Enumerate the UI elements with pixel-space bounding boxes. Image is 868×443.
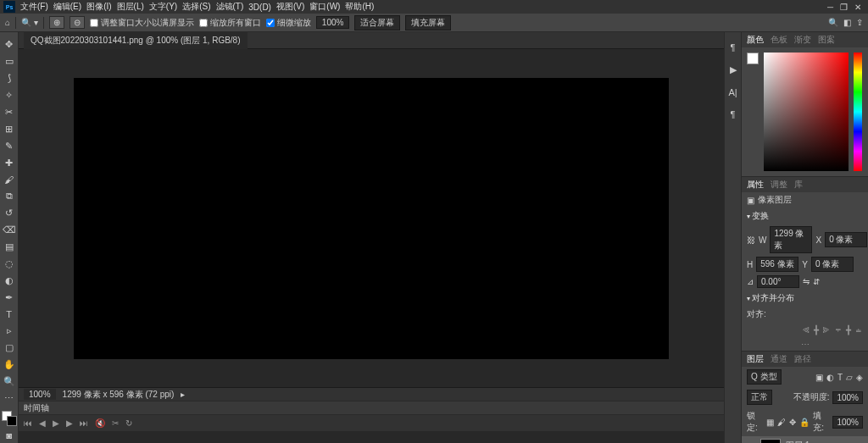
properties-tab[interactable]: 属性: [747, 179, 764, 191]
menu-window[interactable]: 窗口(W): [309, 1, 340, 13]
menu-image[interactable]: 图像(I): [86, 1, 111, 13]
menu-type[interactable]: 文字(Y): [149, 1, 177, 13]
color-swatch[interactable]: [747, 53, 759, 64]
filter-type-select[interactable]: Q 类型: [747, 369, 782, 385]
dock-char-icon[interactable]: A|: [728, 87, 737, 97]
crop-tool[interactable]: ✂: [2, 105, 17, 120]
align-right-icon[interactable]: ⫸: [822, 325, 831, 335]
close-button[interactable]: ✕: [854, 3, 861, 12]
resize-window-checkbox[interactable]: [90, 19, 98, 27]
restore-button[interactable]: ❐: [840, 3, 848, 12]
layer-thumb[interactable]: [760, 439, 781, 443]
swatches-tab[interactable]: 色板: [771, 34, 787, 46]
eraser-tool[interactable]: ⌫: [2, 223, 17, 238]
canvas[interactable]: [74, 78, 669, 359]
align-left-icon[interactable]: ⫷: [802, 325, 810, 335]
color-swatches[interactable]: [2, 411, 17, 426]
fill-screen-button[interactable]: 填充屏幕: [405, 15, 451, 30]
flip-v-icon[interactable]: ⇵: [813, 277, 820, 286]
hand-tool[interactable]: ✋: [2, 357, 17, 373]
patterns-tab[interactable]: 图案: [818, 34, 835, 46]
zoom-tool-icon[interactable]: 🔍 ▾: [21, 18, 38, 27]
lock-trans-icon[interactable]: ▦: [766, 418, 774, 427]
quickmask-tool[interactable]: ◙: [2, 428, 17, 443]
tl-next-icon[interactable]: ▶: [66, 418, 73, 428]
share-icon[interactable]: ⇪: [856, 18, 863, 27]
gradient-tool[interactable]: ▤: [2, 240, 17, 255]
link-icon[interactable]: ⛓: [747, 235, 755, 245]
document-tab[interactable]: QQ截图20220303101441.png @ 100% (图层 1, RGB…: [24, 32, 248, 49]
x-field[interactable]: 0 像素: [825, 232, 867, 247]
timeline-tab[interactable]: 时间轴: [24, 402, 49, 414]
layer-row[interactable]: 👁 图层 1: [742, 436, 868, 443]
menu-select[interactable]: 选择(S): [182, 1, 210, 13]
more-dots[interactable]: ⋯: [742, 338, 868, 351]
menu-3d[interactable]: 3D(D): [248, 3, 271, 12]
type-tool[interactable]: T: [2, 307, 17, 322]
opacity-field[interactable]: 100%: [832, 391, 863, 404]
flip-h-icon[interactable]: ⇋: [803, 277, 810, 286]
lock-all-icon[interactable]: 🔒: [799, 418, 810, 427]
eyedropper-tool[interactable]: ✎: [2, 138, 17, 153]
heal-tool[interactable]: ✚: [2, 155, 17, 170]
move-tool[interactable]: ✥: [2, 37, 17, 53]
library-tab[interactable]: 库: [794, 179, 803, 191]
lock-pos-icon[interactable]: ✥: [789, 418, 796, 427]
tl-prev-icon[interactable]: ◀: [39, 418, 46, 428]
status-zoom[interactable]: 100%: [24, 389, 56, 400]
zoom-100-button[interactable]: 100%: [316, 16, 350, 29]
menu-edit[interactable]: 编辑(E): [53, 1, 81, 13]
stamp-tool[interactable]: ⧉: [2, 189, 17, 204]
height-field[interactable]: 596 像素: [756, 257, 798, 272]
blend-mode-select[interactable]: 正常: [747, 390, 772, 405]
color-ramp[interactable]: [764, 53, 849, 171]
y-field[interactable]: 0 像素: [811, 257, 854, 272]
tl-play-icon[interactable]: ▶: [53, 418, 59, 428]
align-hcenter-icon[interactable]: ╋: [814, 325, 819, 335]
align-top-icon[interactable]: ⫧: [834, 325, 843, 335]
path-tool[interactable]: ▹: [2, 324, 17, 339]
search-icon[interactable]: 🔍: [828, 18, 838, 27]
tl-first-icon[interactable]: ⏮: [24, 418, 32, 428]
dock-para-icon[interactable]: ¶: [731, 109, 736, 119]
menu-view[interactable]: 视图(V): [276, 1, 304, 13]
layer-name[interactable]: 图层 1: [786, 440, 810, 443]
width-field[interactable]: 1299 像素: [770, 226, 812, 253]
brush-tool[interactable]: 🖌: [2, 172, 17, 187]
fill-field[interactable]: 100%: [832, 416, 863, 429]
filter-smart-icon[interactable]: ◈: [856, 373, 863, 382]
pen-tool[interactable]: ✒: [2, 290, 17, 305]
fit-screen-button[interactable]: 适合屏幕: [354, 15, 400, 30]
workspace-icon[interactable]: ◧: [843, 18, 851, 27]
zoom-out-icon[interactable]: ⊖: [70, 16, 85, 29]
blur-tool[interactable]: ◌: [2, 256, 17, 271]
tl-split-icon[interactable]: ✂: [112, 418, 119, 428]
menu-layer[interactable]: 图层(L): [117, 1, 144, 13]
lasso-tool[interactable]: ⟆: [2, 71, 17, 86]
color-tab[interactable]: 颜色: [747, 34, 764, 46]
channels-tab[interactable]: 通道: [771, 353, 787, 365]
dock-paragraph-icon[interactable]: ¶: [731, 42, 736, 53]
paths-tab[interactable]: 路径: [794, 353, 811, 365]
wand-tool[interactable]: ✧: [2, 88, 17, 103]
adjust-tab[interactable]: 调整: [771, 179, 787, 191]
history-brush-tool[interactable]: ↺: [2, 206, 17, 221]
align-vcenter-icon[interactable]: ╋: [846, 325, 851, 335]
dodge-tool[interactable]: ◐: [2, 273, 17, 288]
transform-header[interactable]: 变换: [742, 208, 868, 224]
gradients-tab[interactable]: 渐变: [794, 34, 811, 46]
frame-tool[interactable]: ⊞: [2, 121, 17, 136]
tl-last-icon[interactable]: ⏭: [80, 418, 88, 428]
align-header[interactable]: 对齐并分布: [742, 290, 868, 307]
menu-filter[interactable]: 滤镜(T): [216, 1, 244, 13]
home-button[interactable]: ⌂: [5, 18, 10, 27]
dock-play-icon[interactable]: ▶: [730, 64, 737, 75]
timeline-track[interactable]: [19, 431, 724, 443]
scrubby-checkbox[interactable]: [266, 19, 275, 27]
tl-audio-icon[interactable]: 🔇: [95, 418, 105, 428]
minimize-button[interactable]: ─: [827, 3, 833, 12]
menu-file[interactable]: 文件(F): [20, 1, 48, 13]
lock-paint-icon[interactable]: 🖌: [777, 418, 786, 427]
zoom-all-checkbox[interactable]: [199, 19, 208, 27]
filter-adjust-icon[interactable]: ◐: [826, 373, 834, 382]
